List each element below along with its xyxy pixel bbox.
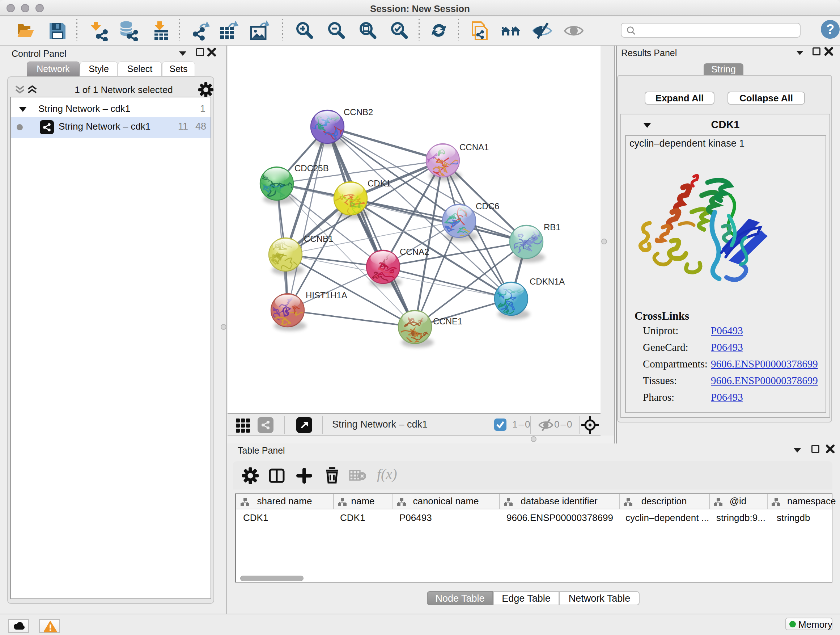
svg-text:CCNA1: CCNA1: [459, 142, 489, 152]
svg-text:CDC25B: CDC25B: [294, 163, 329, 173]
svg-text:CCNB1: CCNB1: [304, 234, 333, 244]
svg-text:CCNA2: CCNA2: [400, 247, 429, 257]
svg-text:CDK1: CDK1: [368, 179, 391, 188]
svg-text:HIST1H1A: HIST1H1A: [306, 290, 347, 300]
svg-text:CCNB2: CCNB2: [344, 107, 373, 117]
svg-text:CDKN1A: CDKN1A: [530, 277, 565, 287]
svg-text:CDC6: CDC6: [476, 201, 499, 211]
svg-text:RB1: RB1: [544, 222, 561, 232]
svg-text:?: ?: [826, 22, 835, 36]
svg-text:CCNE1: CCNE1: [433, 317, 462, 326]
